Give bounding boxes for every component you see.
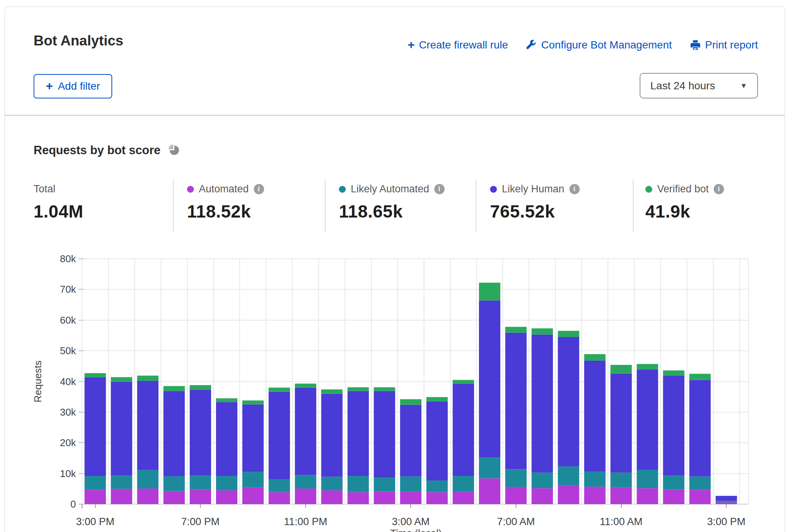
bar-segment[interactable] <box>216 476 237 490</box>
bar-segment[interactable] <box>400 399 421 405</box>
bar-segment[interactable] <box>663 376 684 476</box>
bar-segment[interactable] <box>216 402 237 476</box>
bar-segment[interactable] <box>374 491 395 504</box>
bar-segment[interactable] <box>453 492 474 504</box>
bar-segment[interactable] <box>321 394 343 477</box>
bar-segment[interactable] <box>111 476 132 489</box>
bar-segment[interactable] <box>479 283 500 301</box>
bar-segment[interactable] <box>85 377 106 476</box>
bar-segment[interactable] <box>111 377 132 382</box>
bar-segment[interactable] <box>611 374 632 473</box>
bar-segment[interactable] <box>663 476 684 489</box>
bar-segment[interactable] <box>348 492 369 504</box>
bar-segment[interactable] <box>426 401 448 480</box>
bar-segment[interactable] <box>348 391 369 476</box>
bar-segment[interactable] <box>216 490 237 504</box>
bar-segment[interactable] <box>269 492 290 504</box>
bar-segment[interactable] <box>479 478 500 504</box>
bar-segment[interactable] <box>374 387 395 391</box>
bar-segment[interactable] <box>400 477 421 492</box>
bar-segment[interactable] <box>558 466 579 485</box>
bar-segment[interactable] <box>611 487 632 504</box>
bar-segment[interactable] <box>689 477 711 490</box>
bar-segment[interactable] <box>269 392 290 479</box>
bar-segment[interactable] <box>532 488 553 504</box>
bar-segment[interactable] <box>242 405 264 472</box>
bar-segment[interactable] <box>321 477 343 490</box>
info-icon[interactable]: i <box>254 184 264 194</box>
bar-segment[interactable] <box>532 472 553 488</box>
bar-segment[interactable] <box>269 479 290 492</box>
bar-segment[interactable] <box>611 472 632 487</box>
add-filter-button[interactable]: + Add filter <box>34 74 112 98</box>
bar-segment[interactable] <box>190 390 211 476</box>
bar-segment[interactable] <box>453 380 474 384</box>
bar-segment[interactable] <box>558 331 579 337</box>
bar-segment[interactable] <box>716 501 737 502</box>
bar-segment[interactable] <box>689 490 711 504</box>
bar-segment[interactable] <box>716 496 737 501</box>
bar-segment[interactable] <box>479 458 500 479</box>
info-icon[interactable]: i <box>569 184 580 194</box>
bar-segment[interactable] <box>584 487 606 504</box>
bar-segment[interactable] <box>584 354 606 361</box>
bar-segment[interactable] <box>242 487 264 504</box>
bar-segment[interactable] <box>584 361 606 471</box>
bar-segment[interactable] <box>663 489 684 504</box>
bar-segment[interactable] <box>558 337 579 466</box>
bar-segment[interactable] <box>426 480 448 492</box>
bar-segment[interactable] <box>505 487 527 504</box>
bar-segment[interactable] <box>321 490 343 504</box>
bar-segment[interactable] <box>163 491 185 504</box>
bar-segment[interactable] <box>163 391 185 476</box>
bar-segment[interactable] <box>689 374 711 380</box>
bar-segment[interactable] <box>137 381 158 470</box>
bar-segment[interactable] <box>295 384 316 387</box>
bar-segment[interactable] <box>400 492 421 504</box>
bar-segment[interactable] <box>426 397 448 401</box>
bar-segment[interactable] <box>137 470 158 488</box>
bar-segment[interactable] <box>505 333 527 469</box>
info-icon[interactable]: i <box>434 184 445 194</box>
bar-segment[interactable] <box>85 490 106 504</box>
bar-segment[interactable] <box>137 376 158 381</box>
bar-segment[interactable] <box>269 388 290 392</box>
bar-segment[interactable] <box>85 476 106 490</box>
bar-segment[interactable] <box>716 502 737 504</box>
create-firewall-rule-link[interactable]: + Create firewall rule <box>408 39 508 51</box>
bar-segment[interactable] <box>242 400 264 404</box>
bar-segment[interactable] <box>137 488 158 504</box>
bar-segment[interactable] <box>637 369 658 470</box>
bar-segment[interactable] <box>505 469 527 487</box>
bar-segment[interactable] <box>295 475 316 488</box>
bar-segment[interactable] <box>611 365 632 374</box>
bar-segment[interactable] <box>400 405 421 477</box>
bar-segment[interactable] <box>295 388 316 475</box>
bar-segment[interactable] <box>216 398 237 402</box>
bar-segment[interactable] <box>111 382 132 476</box>
bar-segment[interactable] <box>111 489 132 504</box>
bar-segment[interactable] <box>242 472 264 487</box>
info-icon[interactable]: i <box>714 184 724 194</box>
bar-segment[interactable] <box>374 477 395 491</box>
bar-segment[interactable] <box>163 386 185 391</box>
bar-segment[interactable] <box>637 364 658 369</box>
bar-segment[interactable] <box>637 470 658 488</box>
bar-segment[interactable] <box>348 476 369 492</box>
configure-bot-management-link[interactable]: Configure Bot Management <box>526 39 672 51</box>
bar-segment[interactable] <box>295 488 316 504</box>
bar-segment[interactable] <box>426 492 448 504</box>
bar-segment[interactable] <box>190 476 211 489</box>
bar-segment[interactable] <box>637 488 658 504</box>
bar-segment[interactable] <box>453 476 474 492</box>
bar-segment[interactable] <box>584 471 606 487</box>
print-report-link[interactable]: Print report <box>690 39 758 51</box>
bar-segment[interactable] <box>374 391 395 477</box>
bar-segment[interactable] <box>163 476 185 491</box>
bar-segment[interactable] <box>190 385 211 390</box>
bar-segment[interactable] <box>505 327 527 332</box>
bar-segment[interactable] <box>453 384 474 476</box>
bar-segment[interactable] <box>558 485 579 504</box>
bar-segment[interactable] <box>663 371 684 376</box>
bar-segment[interactable] <box>689 380 711 476</box>
